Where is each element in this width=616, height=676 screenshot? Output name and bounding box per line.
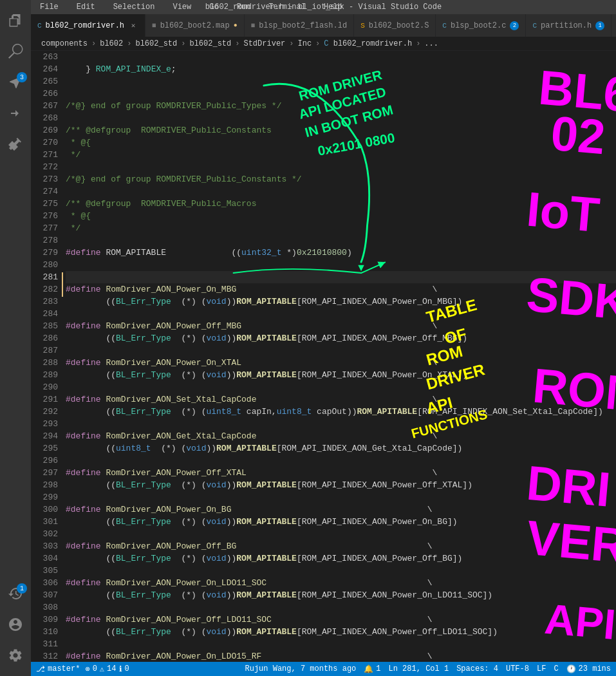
activity-run[interactable] [0, 98, 31, 129]
activity-search[interactable] [0, 36, 31, 67]
tab-label-6: partition.h [541, 21, 592, 30]
ln-274: 274 [31, 185, 58, 198]
cl-263 [66, 51, 616, 63]
bc-more[interactable]: ... [424, 39, 438, 48]
activity-remote[interactable]: 1 [0, 578, 31, 609]
menu-run[interactable]: Run [233, 1, 255, 13]
cl-290 [66, 381, 616, 393]
cl-270: * @{ [66, 136, 616, 149]
tab-close-1[interactable]: ✕ [128, 21, 138, 31]
git-icon: ⎇ [36, 664, 45, 674]
eol-text: LF [537, 664, 546, 673]
bc-components[interactable]: components [41, 39, 88, 48]
editor[interactable]: 263 264 265 266 267 268 269 270 271 272 … [31, 51, 616, 662]
cl-271: */ [66, 149, 616, 161]
ln-299: 299 [31, 491, 58, 503]
cl-310: ((BL_Err_Type (*) (void))ROM_APITABLE[RO… [66, 626, 616, 638]
ln-309: 309 [31, 614, 58, 626]
ln-281: 281 [31, 271, 58, 283]
cl-296 [66, 455, 616, 467]
ln-265: 265 [31, 75, 58, 88]
bc-bl602[interactable]: bl602 [100, 39, 123, 48]
ln-295: 295 [31, 442, 58, 455]
menu-edit[interactable]: Edit [73, 1, 99, 13]
menu-bar: File Edit Selection View Go Run Terminal… [36, 1, 346, 13]
status-branch[interactable]: ⎇ master* [36, 664, 80, 674]
status-language[interactable]: C [554, 664, 558, 673]
ln-296: 296 [31, 455, 58, 467]
ln-302: 302 [31, 528, 58, 540]
status-eol[interactable]: LF [537, 664, 546, 673]
cl-267: /*@} end of group ROMDRIVER_Public_Types… [66, 100, 616, 112]
activity-explorer[interactable] [0, 5, 31, 36]
cl-302 [66, 528, 616, 540]
activity-extensions[interactable] [0, 129, 31, 160]
cl-289: ((BL_Err_Type (*) (void))ROM_APITABLE[RO… [66, 369, 616, 381]
menu-help[interactable]: Help [320, 1, 346, 13]
ln-276: 276 [31, 210, 58, 222]
status-errors[interactable]: ⊗ 0 ⚠ 14 ℹ 0 [85, 664, 129, 674]
ln-303: 303 [31, 540, 58, 552]
cl-281 [66, 271, 616, 283]
status-bar: ⎇ master* ⊗ 0 ⚠ 14 ℹ 0 Rujun Wang, 7 mon… [31, 662, 616, 676]
menu-terminal[interactable]: Terminal [265, 1, 310, 13]
tab-bl602-boot2-s[interactable]: S bl602_boot2.S [354, 14, 436, 37]
warning-count: 14 [107, 664, 116, 673]
code-content[interactable]: } ROM_API_INDEX_e; /*@} end of group ROM… [63, 51, 616, 662]
status-left: ⎇ master* ⊗ 0 ⚠ 14 ℹ 0 [36, 664, 129, 674]
tab-partition-h[interactable]: C partition.h 1 [526, 14, 611, 37]
cl-279: #define ROM_APITABLE ((uint32_t *)0x2101… [66, 247, 616, 259]
info-icon: ℹ [119, 664, 122, 674]
cl-287 [66, 344, 616, 357]
bc-bl602-std-2[interactable]: bl602_std [189, 39, 231, 48]
ln-284: 284 [31, 308, 58, 320]
menu-file[interactable]: File [36, 1, 62, 13]
activity-settings[interactable] [0, 640, 31, 671]
language-text: C [554, 664, 558, 673]
status-right: Rujun Wang, 7 months ago 🔔 1 Ln 281, Col… [245, 664, 611, 674]
status-author[interactable]: Rujun Wang, 7 months ago [245, 664, 356, 673]
ln-282: 282 [31, 283, 58, 296]
status-encoding[interactable]: UTF-8 [506, 664, 529, 673]
tab-label-2: bl602_boot2.map [160, 21, 230, 30]
ln-311: 311 [31, 638, 58, 650]
menu-view[interactable]: View [169, 1, 195, 13]
cl-297: #define RomDriver_AON_Power_Off_XTAL \ [66, 467, 616, 479]
tab-badge-5: 2 [510, 21, 519, 30]
tab-blsp-boot2-c[interactable]: C blsp_boot2.c 2 [436, 14, 526, 37]
cl-272 [66, 161, 616, 173]
tab-bl602-boot2-map[interactable]: ≡ bl602_boot2.map ● [145, 14, 245, 37]
cl-305 [66, 565, 616, 577]
ln-293: 293 [31, 418, 58, 430]
activity-accounts[interactable] [0, 609, 31, 640]
menu-selection[interactable]: Selection [109, 1, 159, 13]
ln-301: 301 [31, 516, 58, 528]
cl-277: */ [66, 222, 616, 234]
bc-bl602-std-1[interactable]: bl602_std [135, 39, 177, 48]
cl-309: #define RomDriver_AON_Power_Off_LDO11_SO… [66, 614, 616, 626]
ln-304: 304 [31, 552, 58, 565]
bc-inc[interactable]: Inc [297, 39, 312, 48]
tab-blsp-boot2-flash[interactable]: ≡ blsp_boot2_flash.ld [245, 14, 354, 37]
bc-stddriver[interactable]: StdDriver [243, 39, 285, 48]
ln-310: 310 [31, 626, 58, 638]
activity-source-control[interactable]: 3 [0, 67, 31, 98]
activity-bar: 3 1 [0, 0, 31, 676]
ln-264: 264 [31, 63, 58, 75]
tab-bl602-romdriver[interactable]: C bl602_romdriver.h ✕ [31, 14, 145, 37]
menu-go[interactable]: Go [205, 1, 222, 13]
spaces-text: Spaces: 4 [456, 664, 498, 673]
cl-291: #define RomDriver_AON_Set_Xtal_CapCode \ [66, 393, 616, 406]
status-notification[interactable]: 🔔 1 [364, 664, 380, 674]
status-spaces[interactable]: Spaces: 4 [456, 664, 498, 673]
ln-308: 308 [31, 601, 58, 614]
cl-293 [66, 418, 616, 430]
status-time[interactable]: 🕐 23 mins [566, 664, 611, 674]
cl-283: ((BL_Err_Type (*) (void))ROM_APITABLE[RO… [66, 296, 616, 308]
ln-263: 263 [31, 51, 58, 63]
cl-280 [66, 259, 616, 271]
bc-file[interactable]: C bl602_romdriver.h [324, 39, 412, 48]
status-position[interactable]: Ln 281, Col 1 [389, 664, 449, 673]
cl-312: #define RomDriver_AON_Power_On_LDO15_RF … [66, 650, 616, 662]
time-text: 23 mins [579, 664, 611, 673]
